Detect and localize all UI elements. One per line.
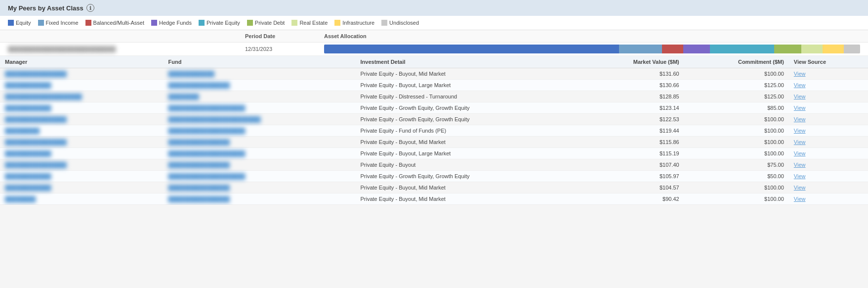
cell-manager: ████████████ <box>0 171 163 182</box>
col-commitment: Commitment ($M) <box>684 56 789 68</box>
legend-item-undisclosed: Undisclosed <box>381 20 419 26</box>
cell-market-value: $115.19 <box>579 148 684 159</box>
cell-investment-detail: Private Equity - Buyout <box>356 159 579 171</box>
view-source-link[interactable]: View <box>789 159 868 171</box>
allocation-segment <box>324 45 619 53</box>
allocation-segment <box>844 45 860 53</box>
cell-manager: ████████████ <box>0 102 163 114</box>
allocation-segment <box>823 45 844 53</box>
col-fund: Fund <box>163 56 355 68</box>
legend-item-equity: Equity <box>8 20 31 26</box>
cell-market-value: $105.97 <box>579 171 684 182</box>
cell-investment-detail: Private Equity - Buyout, Mid Market <box>356 182 579 193</box>
cell-investment-detail: Private Equity - Buyout, Large Market <box>356 148 579 159</box>
entity-name: ████████████████████████████ <box>8 46 245 52</box>
cell-market-value: $107.40 <box>579 159 684 171</box>
allocation-segment <box>619 45 662 53</box>
cell-market-value: $131.60 <box>579 68 684 80</box>
legend-item-private-debt: Private Debt <box>247 20 285 26</box>
cell-commitment: $50.00 <box>684 171 789 182</box>
legend-item-balanced-multi-asset: Balanced/Multi-Asset <box>85 20 144 26</box>
cell-manager: ████████████ <box>0 148 163 159</box>
cell-manager: ████████████████ <box>0 159 163 171</box>
cell-manager: ████████████ <box>0 182 163 193</box>
col-view-source: View Source <box>789 56 868 68</box>
cell-commitment: $100.00 <box>684 125 789 137</box>
entity-row: ████████████████████████████ 12/31/2023 <box>0 43 868 56</box>
view-source-link[interactable]: View <box>789 137 868 148</box>
cell-fund: ████████████████████ <box>163 102 355 114</box>
table-row: ████████████████ ████████████████ Privat… <box>0 137 868 148</box>
cell-investment-detail: Private Equity - Distressed - Turnaround <box>356 91 579 102</box>
legend-bar: EquityFixed IncomeBalanced/Multi-AssetHe… <box>0 16 868 30</box>
cell-fund: ████████████████████████ <box>163 114 355 125</box>
view-source-link[interactable]: View <box>789 80 868 91</box>
cell-market-value: $130.66 <box>579 80 684 91</box>
view-source-link[interactable]: View <box>789 182 868 193</box>
table-header-row: Manager Fund Investment Detail Market Va… <box>0 56 868 68</box>
cell-commitment: $125.00 <box>684 80 789 91</box>
allocation-segment <box>710 45 774 53</box>
view-source-link[interactable]: View <box>789 91 868 102</box>
cell-manager: ████████ <box>0 193 163 205</box>
cell-manager: ████████████████████ <box>0 91 163 102</box>
table-row: █████████ ████████████████████ Private E… <box>0 125 868 137</box>
holdings-table-container: Manager Fund Investment Detail Market Va… <box>0 56 868 205</box>
col-manager: Manager <box>0 56 163 68</box>
page-header: My Peers by Asset Class ℹ <box>0 0 868 16</box>
allocation-segment <box>683 45 710 53</box>
cell-fund: ████████████████████ <box>163 148 355 159</box>
info-icon[interactable]: ℹ <box>86 4 94 12</box>
cell-investment-detail: Private Equity - Growth Equity, Growth E… <box>356 102 579 114</box>
cell-fund: ████████████████ <box>163 182 355 193</box>
table-row: ████████████ ████████████████████ Privat… <box>0 148 868 159</box>
col-investment-detail: Investment Detail <box>356 56 579 68</box>
view-source-link[interactable]: View <box>789 125 868 137</box>
table-row: ████████████████████ ████████ Private Eq… <box>0 91 868 102</box>
table-row: ████████████████ ███████████████████████… <box>0 114 868 125</box>
table-row: ████████████ ████████████████ Private Eq… <box>0 182 868 193</box>
holdings-table: Manager Fund Investment Detail Market Va… <box>0 56 868 205</box>
legend-item-private-equity: Private Equity <box>199 20 240 26</box>
cell-fund: ████████████████ <box>163 137 355 148</box>
cell-investment-detail: Private Equity - Growth Equity, Growth E… <box>356 114 579 125</box>
view-source-link[interactable]: View <box>789 193 868 205</box>
view-source-link[interactable]: View <box>789 171 868 182</box>
view-source-link[interactable]: View <box>789 68 868 80</box>
page-title: My Peers by Asset Class <box>8 4 83 12</box>
table-row: ████████████ ████████████████████ Privat… <box>0 102 868 114</box>
cell-manager: ████████████████ <box>0 114 163 125</box>
cell-fund: ████████ <box>163 91 355 102</box>
view-source-link[interactable]: View <box>789 114 868 125</box>
allocation-segment <box>662 45 683 53</box>
table-row: ████████████ ████████████████████ Privat… <box>0 171 868 182</box>
cell-market-value: $115.86 <box>579 137 684 148</box>
legend-item-hedge-funds: Hedge Funds <box>151 20 192 26</box>
cell-commitment: $100.00 <box>684 114 789 125</box>
col-market-value: Market Value ($M) <box>579 56 684 68</box>
cell-fund: ████████████ <box>163 68 355 80</box>
cell-investment-detail: Private Equity - Fund of Funds (PE) <box>356 125 579 137</box>
cell-fund: ████████████████████ <box>163 171 355 182</box>
allocation-bar <box>324 45 860 53</box>
cell-market-value: $128.85 <box>579 91 684 102</box>
view-source-link[interactable]: View <box>789 102 868 114</box>
cell-commitment: $100.00 <box>684 68 789 80</box>
col-header-name <box>8 33 245 39</box>
cell-market-value: $90.42 <box>579 193 684 205</box>
cell-investment-detail: Private Equity - Buyout, Mid Market <box>356 68 579 80</box>
cell-fund: ████████████████ <box>163 80 355 91</box>
cell-manager: ████████████████ <box>0 68 163 80</box>
cell-market-value: $119.44 <box>579 125 684 137</box>
cell-fund: ████████████████ <box>163 159 355 171</box>
cell-investment-detail: Private Equity - Buyout, Large Market <box>356 80 579 91</box>
cell-commitment: $100.00 <box>684 137 789 148</box>
view-source-link[interactable]: View <box>789 148 868 159</box>
cell-fund: ████████████████ <box>163 193 355 205</box>
table-row: ████████████ ████████████████ Private Eq… <box>0 80 868 91</box>
legend-item-real-estate: Real Estate <box>291 20 328 26</box>
cell-manager: ████████████ <box>0 80 163 91</box>
cell-market-value: $123.14 <box>579 102 684 114</box>
cell-investment-detail: Private Equity - Buyout, Mid Market <box>356 193 579 205</box>
cell-commitment: $75.00 <box>684 159 789 171</box>
